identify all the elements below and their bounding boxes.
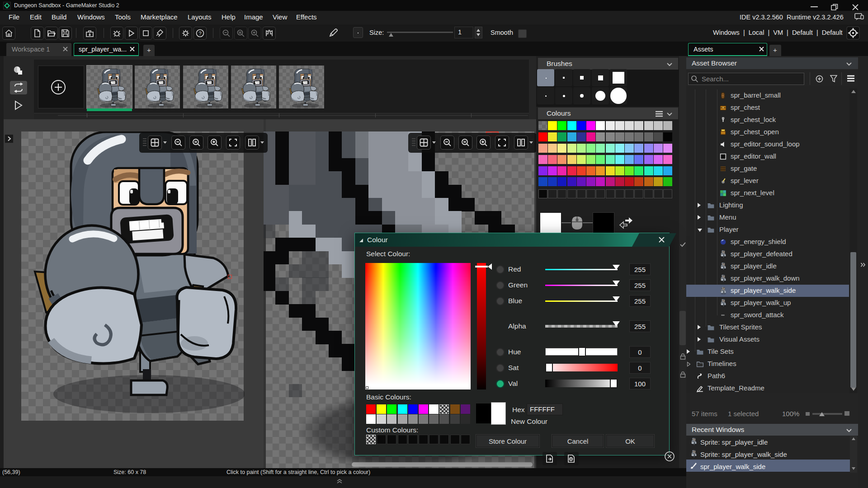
svg-text:?: ? xyxy=(198,31,201,36)
